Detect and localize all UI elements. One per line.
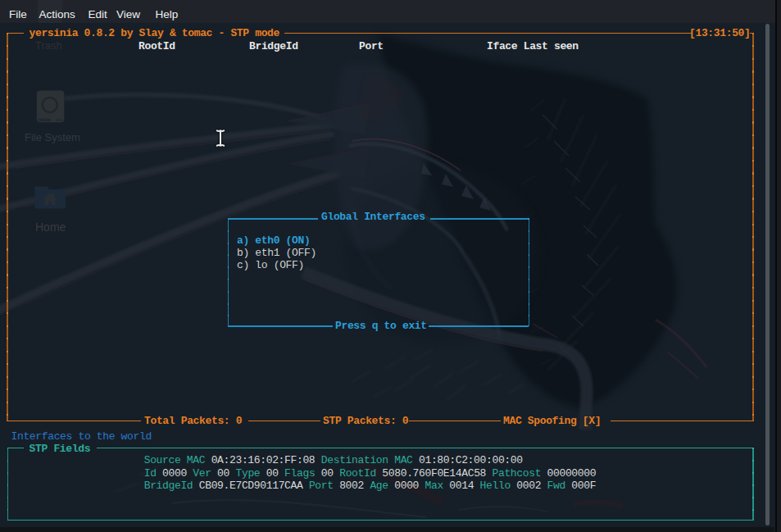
svg-text:File System: File System	[25, 131, 80, 143]
svg-text:Home: Home	[35, 221, 66, 234]
svg-text:Trash: Trash	[35, 39, 62, 52]
